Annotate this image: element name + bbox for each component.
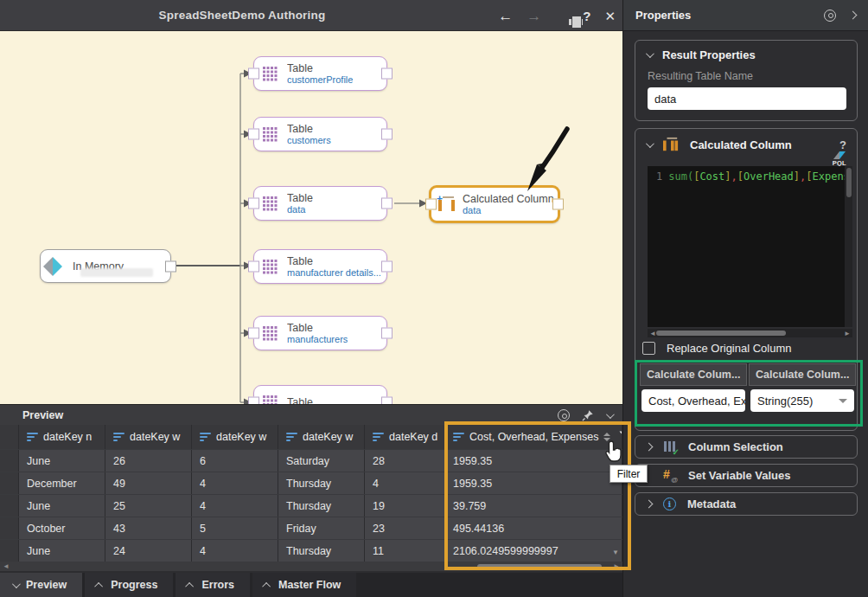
output-connector[interactable]	[381, 68, 393, 80]
preview-title: Preview	[22, 409, 63, 421]
node-subtitle: customerProfile	[287, 74, 353, 85]
eye-icon[interactable]	[558, 409, 570, 421]
calculated-column-icon	[663, 138, 679, 151]
collapse-chevron-icon[interactable]	[606, 410, 615, 419]
table-node[interactable]: Tablemanufacturer details...	[253, 249, 387, 284]
tab-master-flow[interactable]: Master Flow	[252, 573, 356, 597]
input-connector[interactable]	[248, 68, 259, 80]
table-node[interactable]: TablecustomerProfile	[253, 56, 387, 91]
column-header[interactable]: dateKey n	[19, 425, 105, 449]
node-title: Table	[287, 255, 381, 267]
table-cell: 28	[365, 450, 445, 472]
editor-horizontal-scrollbar[interactable]: ◄ ►	[648, 329, 852, 337]
preview-table: dateKey ndateKey wdateKey wdateKey wdate…	[0, 425, 622, 562]
input-connector[interactable]	[248, 261, 259, 273]
eye-icon[interactable]	[824, 10, 836, 22]
filter-tooltip: Filter	[610, 465, 648, 483]
table-row[interactable]: June244Thursday112106.0249599999997	[0, 539, 622, 562]
output-connector[interactable]	[381, 129, 393, 140]
table-node[interactable]: Tabledata	[253, 186, 387, 221]
column-selection-icon: ✓	[663, 441, 677, 453]
table-cell: 4	[192, 472, 278, 494]
output-connector[interactable]	[165, 260, 176, 272]
output-connector[interactable]	[381, 198, 393, 209]
code-editor[interactable]: 1sum([Cost],[OverHead],[Expens	[648, 166, 845, 327]
tab-preview[interactable]: Preview	[0, 573, 82, 597]
scroll-down-icon[interactable]: ▼	[612, 549, 619, 556]
output-connector[interactable]	[552, 199, 564, 210]
pql-badge: PQL	[833, 151, 846, 167]
tab-errors[interactable]: Errors	[176, 573, 250, 597]
table-node[interactable]: Tablemanufacturers	[253, 316, 387, 350]
editor-vertical-scrollbar[interactable]	[845, 166, 852, 327]
back-icon[interactable]: ←	[498, 9, 513, 23]
scrollbar-thumb[interactable]	[656, 331, 786, 336]
output-connector[interactable]	[381, 397, 393, 405]
redacted-subtitle	[80, 268, 153, 277]
input-connector[interactable]	[248, 129, 259, 140]
table-cell: 4	[365, 472, 445, 494]
pin-icon[interactable]	[582, 409, 594, 421]
column-type-dropdown[interactable]: String(255)	[750, 389, 854, 412]
table-cell: 6	[192, 450, 278, 472]
table-cell: 2106.0249599999997	[445, 540, 622, 562]
help-icon[interactable]: ?	[839, 138, 846, 151]
column-header[interactable]: dateKey d	[365, 425, 445, 449]
node-subtitle: data	[463, 205, 558, 215]
chevron-down-icon[interactable]	[646, 139, 654, 148]
scroll-right-icon[interactable]: ►	[613, 562, 620, 570]
replace-original-column-checkbox[interactable]	[642, 342, 655, 355]
input-connector[interactable]	[248, 198, 259, 209]
row-header-cell	[0, 472, 19, 494]
result-properties-group: Result Properties Resulting Table Name d…	[635, 40, 858, 121]
close-icon[interactable]: ✕	[604, 10, 616, 22]
sort-filter-icon	[27, 433, 38, 442]
input-connector[interactable]	[248, 328, 259, 339]
section-metadata[interactable]: i Metadata	[635, 492, 858, 516]
chevron-down-icon[interactable]	[646, 49, 654, 58]
chevron-right-icon[interactable]	[849, 11, 858, 20]
scrollbar-thumb[interactable]	[477, 564, 602, 569]
help-icon[interactable]: ?	[583, 10, 590, 22]
tab-progress[interactable]: Progress	[85, 573, 173, 597]
output-connector[interactable]	[381, 328, 393, 339]
output-connector[interactable]	[381, 261, 393, 273]
node-title: Calculated Column..	[463, 193, 558, 205]
row-header-cell	[0, 495, 19, 517]
column-header[interactable]: dateKey w	[192, 425, 278, 449]
scroll-left-icon[interactable]: ◄	[649, 330, 656, 337]
forward-icon: →	[527, 9, 541, 23]
scrollbar-thumb[interactable]	[846, 168, 852, 197]
in-memory-node[interactable]: In Memory	[40, 249, 171, 283]
scroll-left-icon[interactable]: ◄	[3, 562, 10, 570]
input-connector[interactable]	[425, 199, 437, 210]
table-cell: June	[19, 495, 105, 517]
column-name-input[interactable]: Cost, Overhead, Exp	[641, 389, 745, 412]
section-column-selection[interactable]: ✓ Column Selection	[635, 435, 858, 459]
grid-column-header[interactable]: Calculate Colum...	[640, 363, 747, 386]
section-set-variable-values[interactable]: #@ Set Variable Values	[635, 464, 858, 487]
chevron-right-icon	[645, 443, 654, 452]
table-row[interactable]: December494Thursday41959.35	[0, 472, 622, 494]
line-number: 1	[648, 166, 668, 183]
chevron-right-icon	[645, 500, 654, 509]
resulting-table-name-input[interactable]: data	[648, 87, 846, 110]
scroll-right-icon[interactable]: ►	[844, 330, 851, 337]
calculated-column-group: Calculated Column ? PQL 1sum([Cost],[Ove…	[635, 128, 858, 431]
table-row[interactable]: October435Friday23495.44136	[0, 517, 622, 539]
column-header[interactable]: Cost, Overhead, Expenses	[445, 425, 622, 449]
table-icon	[263, 67, 279, 81]
column-header[interactable]: dateKey w	[278, 425, 365, 449]
column-header[interactable]: dateKey w	[105, 425, 192, 449]
table-row[interactable]: June254Thursday1939.759	[0, 494, 622, 517]
table-row[interactable]: June266Saturday281959.35	[0, 449, 622, 472]
grid-column-header[interactable]: Calculate Colum...	[749, 363, 856, 386]
flow-canvas[interactable]: In Memory TablecustomerProfileTablecusto…	[0, 31, 622, 404]
horizontal-scrollbar[interactable]: ◄ ►	[0, 562, 622, 571]
title-bar: SpreadSheetDemo Authoring ← → ? ✕	[0, 0, 622, 31]
chevron-up-icon	[262, 581, 271, 590]
input-connector[interactable]	[248, 397, 259, 405]
table-node[interactable]: Tablecustomers	[253, 117, 387, 151]
table-node[interactable]: Table	[253, 385, 387, 404]
calculated-column-node[interactable]: + Calculated Column.. data	[429, 185, 560, 223]
